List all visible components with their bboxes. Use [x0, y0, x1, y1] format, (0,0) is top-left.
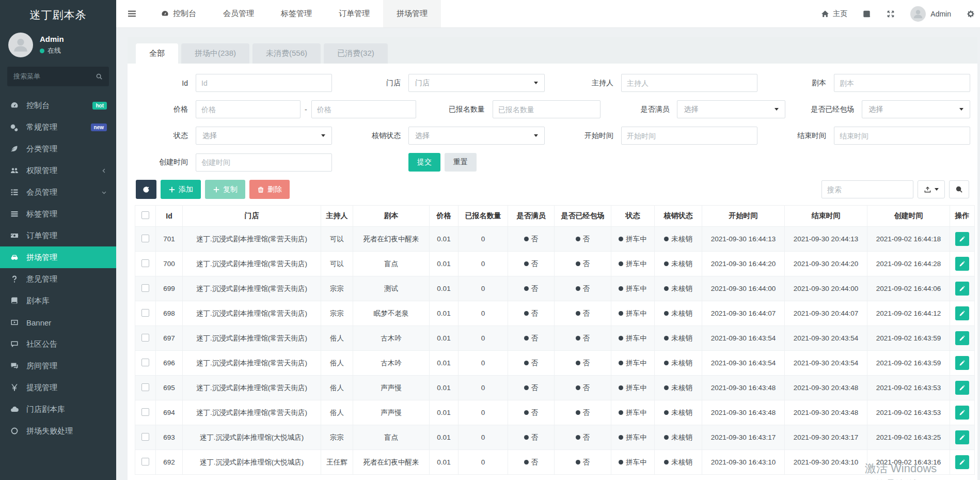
- edit-row-button[interactable]: [955, 455, 969, 469]
- submit-button[interactable]: 提交: [408, 153, 440, 172]
- nav-tab-拼场管理[interactable]: 拼场管理: [383, 0, 441, 27]
- avatar[interactable]: [8, 33, 33, 57]
- row-checkbox[interactable]: [141, 334, 149, 342]
- sidebar-item-bars[interactable]: 标签管理: [0, 203, 116, 225]
- filter-select-状态[interactable]: 选择: [196, 127, 332, 145]
- cell-reserved: 否: [555, 450, 611, 475]
- filter-actions: 提交重置: [408, 153, 545, 172]
- sidebar-search[interactable]: 搜索菜单: [7, 67, 109, 86]
- sidebar-item-yen[interactable]: 提现管理: [0, 377, 116, 398]
- filter-tab[interactable]: 未消费(556): [252, 43, 321, 64]
- filter-input-Id[interactable]: [196, 74, 332, 92]
- cell-count: 0: [459, 425, 508, 450]
- filter-input-价格-max[interactable]: [311, 100, 416, 118]
- filter-tab[interactable]: 拼场中(238): [181, 43, 249, 64]
- filter-input-创建时间[interactable]: [196, 153, 332, 172]
- filter-input-价格-min[interactable]: [196, 100, 301, 118]
- export-button[interactable]: [918, 180, 945, 198]
- edit-row-button[interactable]: [955, 381, 969, 395]
- filter-select-是否已经包场[interactable]: 选择: [862, 100, 970, 118]
- copy-button[interactable]: 复制: [205, 180, 245, 199]
- settings-button[interactable]: [967, 10, 975, 18]
- row-checkbox[interactable]: [141, 284, 149, 292]
- status-dot-icon: [576, 261, 580, 266]
- filter-input-开始时间[interactable]: [621, 127, 757, 145]
- sidebar-item-gears[interactable]: 常规管理new: [0, 116, 116, 138]
- filter-select-核销状态[interactable]: 选择: [408, 127, 545, 145]
- nav-tab-控制台[interactable]: 控制台: [148, 0, 210, 27]
- home-link[interactable]: 主页: [821, 9, 847, 19]
- edit-row-button[interactable]: [955, 306, 969, 320]
- cell-end: 2021-09-30 20:44:07: [785, 301, 867, 326]
- person-icon: [12, 36, 29, 54]
- users-icon: [9, 166, 20, 175]
- sidebar-item-video[interactable]: Banner: [0, 312, 116, 333]
- sidebar-item-comment[interactable]: 社区公告: [0, 333, 116, 355]
- row-checkbox[interactable]: [141, 408, 149, 416]
- language-button[interactable]: [863, 10, 871, 18]
- sidebar-item-car[interactable]: 拼场管理: [0, 246, 116, 268]
- edit-row-button[interactable]: [955, 430, 969, 444]
- filter-field: Id: [135, 74, 332, 92]
- field-label: 价格: [135, 105, 196, 114]
- edit-row-button[interactable]: [955, 282, 969, 296]
- delete-button[interactable]: 删除: [249, 180, 290, 199]
- refresh-button[interactable]: [136, 180, 156, 199]
- status-text: 拼车中: [626, 458, 647, 467]
- select-all-checkbox[interactable]: [141, 211, 149, 219]
- sidebar-item-cloud[interactable]: 门店剧本库: [0, 398, 116, 420]
- row-checkbox[interactable]: [141, 259, 149, 267]
- filter-input-剧本[interactable]: [834, 74, 970, 92]
- table-search-input[interactable]: [821, 180, 913, 198]
- reset-button[interactable]: 重置: [445, 153, 477, 172]
- row-checkbox[interactable]: [141, 359, 149, 366]
- sidebar-item-label: 提现管理: [26, 383, 57, 393]
- row-checkbox[interactable]: [141, 433, 149, 441]
- sidebar-item-question[interactable]: 意见管理: [0, 268, 116, 290]
- pencil-icon: [959, 409, 966, 416]
- field-label: 门店: [347, 79, 408, 88]
- sidebar-item-leaf[interactable]: 分类管理: [0, 138, 116, 160]
- filter-tab[interactable]: 已消费(32): [324, 43, 388, 64]
- sidebar-item-book[interactable]: 剧本库: [0, 290, 116, 312]
- edit-row-button[interactable]: [955, 331, 969, 345]
- row-checkbox[interactable]: [141, 383, 149, 391]
- status-dot-icon: [664, 237, 669, 241]
- sidebar-item-comments[interactable]: 房间管理: [0, 355, 116, 377]
- sidebar-item-circle[interactable]: 拼场失败处理: [0, 420, 116, 442]
- edit-row-button[interactable]: [955, 406, 969, 420]
- row-checkbox[interactable]: [141, 458, 149, 466]
- sidebar-item-list[interactable]: 会员管理: [0, 181, 116, 203]
- search-button[interactable]: [949, 180, 969, 198]
- filter-input-主持人[interactable]: [621, 74, 757, 92]
- filter-input-已报名数量[interactable]: [493, 100, 601, 118]
- sidebar-item-dashboard[interactable]: 控制台hot: [0, 95, 116, 116]
- edit-row-button[interactable]: [955, 356, 969, 370]
- sidebar-item-users[interactable]: 权限管理: [0, 160, 116, 181]
- nav-tab-订单管理[interactable]: 订单管理: [325, 0, 383, 27]
- nav-tab-会员管理[interactable]: 会员管理: [210, 0, 267, 27]
- edit-row-button[interactable]: [955, 232, 969, 246]
- fullscreen-button[interactable]: [887, 10, 895, 18]
- cell-start: 2021-09-30 16:44:00: [702, 276, 785, 301]
- cell-script: 古木吟: [353, 326, 430, 351]
- status-dot-icon: [619, 336, 623, 340]
- filter-input-结束时间[interactable]: [834, 127, 970, 145]
- menu-toggle-button[interactable]: [116, 0, 148, 27]
- status-text: 拼车中: [626, 235, 647, 244]
- cell-verify: 未核销: [655, 227, 702, 252]
- row-checkbox[interactable]: [141, 309, 149, 317]
- table-row: 697迷丁.沉浸式剧本推理馆(常营天街店)俗人古木吟0.010否否拼车中未核销2…: [135, 326, 975, 351]
- user-menu[interactable]: Admin: [910, 6, 951, 22]
- edit-row-button[interactable]: [955, 257, 969, 271]
- sidebar-item-money[interactable]: 订单管理: [0, 225, 116, 246]
- nav-tab-标签管理[interactable]: 标签管理: [267, 0, 325, 27]
- filter-tab[interactable]: 全部: [136, 43, 178, 64]
- row-checkbox[interactable]: [141, 235, 149, 242]
- sidebar-item-label: 门店剧本库: [26, 405, 65, 414]
- cell-count: 0: [459, 252, 508, 276]
- filter-select-是否满员[interactable]: 选择: [677, 100, 785, 118]
- add-button[interactable]: 添加: [161, 180, 201, 199]
- status-value: 否: [576, 284, 590, 293]
- filter-select-门店[interactable]: 门店: [408, 74, 545, 92]
